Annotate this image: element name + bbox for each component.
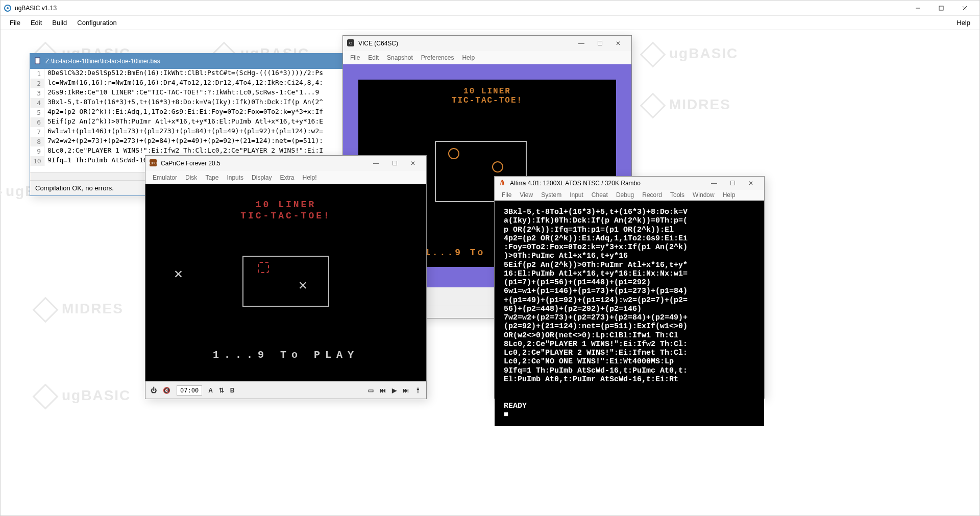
code-line[interactable]: 0DeSlC%32:DeSlSp512:BmEn(16):IkWht:ClBl:… [44,69,326,79]
caprice-menu-help[interactable]: Help! [298,173,321,183]
altirra-maximize-button[interactable]: ☐ [723,177,742,190]
line-number: 10 [30,156,44,166]
watermark: ugBASIC [644,45,738,64]
svg-rect-7 [36,59,39,59]
line-number: 3 [30,88,44,98]
caprice-maximize-button[interactable]: ☐ [385,157,404,170]
main-title-text: ugBASIC v1.13 [15,5,57,12]
caprice-menu-display[interactable]: Display [248,173,276,183]
menu-file[interactable]: File [5,17,26,29]
editor-titlebar[interactable]: Z:\tic-tac-toe-10liner\tic-tac-toe-10lin… [30,54,344,69]
vice-close-button[interactable]: ✕ [609,37,627,50]
font-b-button[interactable]: B [230,387,235,394]
compile-status-text: Compilation OK, no errors. [35,184,114,192]
main-client-area: ugBASIC ugBASIC ugBASIC ugBASIC MIDRES u… [1,30,979,515]
vice-menu-help[interactable]: Help [458,53,479,63]
line-number: 6 [30,117,44,127]
altirra-menu-debug[interactable]: Debug [612,190,638,200]
caprice-screen[interactable]: 10 LINER TIC-TAC-TOE! ✕ ✕ 1...9 To PLAY [145,184,426,381]
menu-configuration[interactable]: Configuration [72,17,121,29]
vice-menu-preferences[interactable]: Preferences [417,53,458,63]
arrows-icon[interactable]: ⇅ [219,387,224,394]
altirra-title-text: Altirra 4.01: 1200XL ATOS NTSC / 320K Ra… [510,180,705,187]
play-icon[interactable]: ▶ [392,387,397,394]
vice-menu-file[interactable]: File [346,53,364,63]
export-icon[interactable]: ⭱ [415,387,421,394]
line-number: 2 [30,79,44,88]
main-close-button[interactable] [953,1,976,16]
caprice-minimize-button[interactable]: — [367,157,385,170]
altirra-menubar: File View System Input Cheat Debug Recor… [495,190,764,201]
altirra-terminal[interactable]: 3Bxl-5,t-8Tol+(16*3)+5,t+(16*3)+8:Do:k=V… [495,201,764,426]
main-minimize-button[interactable] [906,1,929,16]
line-number: 8 [30,137,44,146]
main-maximize-button[interactable] [929,1,953,16]
altirra-window: Altirra 4.01: 1200XL ATOS NTSC / 320K Ra… [494,176,765,399]
o-mark-icon [492,161,503,173]
altirra-menu-system[interactable]: System [537,190,566,200]
caprice-menu-extra[interactable]: Extra [276,173,298,183]
svg-rect-8 [36,60,39,60]
caprice-titlebar[interactable]: CPC CaPriCe Forever 20.5 — ☐ ✕ [145,156,426,171]
altirra-menu-tools[interactable]: Tools [666,190,689,200]
vice-menu-snapshot[interactable]: Snapshot [383,53,417,63]
x-mark-icon: ✕ [174,265,183,282]
altirra-menu-view[interactable]: View [516,190,537,200]
svg-text:C: C [349,41,352,45]
caprice-close-button[interactable]: ✕ [404,157,422,170]
atari-icon [499,179,507,187]
line-number: 7 [30,127,44,137]
caprice-title-text: CaPriCe Forever 20.5 [161,160,367,167]
altirra-menu-cheat[interactable]: Cheat [587,190,612,200]
time-display: 07:00 [177,385,202,396]
code-line[interactable]: 5Eif(p2 An(2^k))>0Th:PuImr Atl+x*16,t+y*… [44,117,326,127]
vice-maximize-button[interactable]: ☐ [591,37,609,50]
tape-icon[interactable]: ▭ [368,387,374,394]
altirra-menu-record[interactable]: Record [638,190,666,200]
line-number: 1 [30,69,44,79]
altirra-menu-file[interactable]: File [498,190,516,200]
power-icon[interactable]: ⏻ [151,387,157,394]
line-number: 9 [30,146,44,156]
vice-menu-edit[interactable]: Edit [364,53,383,63]
caprice-menu-inputs[interactable]: Inputs [223,173,248,183]
main-titlebar: ugBASIC v1.13 [1,1,979,16]
caprice-menu-tape[interactable]: Tape [201,173,223,183]
altirra-minimize-button[interactable]: — [705,177,723,190]
caprice-menu-emulator[interactable]: Emulator [149,173,181,183]
ugbasic-main-window: ugBASIC v1.13 File Edit Build Configurat… [0,0,980,516]
font-a-button[interactable]: A [208,387,213,394]
mute-icon[interactable]: 🔇 [163,387,170,394]
code-line[interactable]: lc=NwIm(16,16):r=NwIm(16,16):Dr4,4To12,1… [44,79,326,88]
code-line[interactable]: 6wl=wl+(pl=146)+(pl=73)+(pl=273)+(pl=84)… [44,127,326,137]
altirra-close-button[interactable]: ✕ [742,177,760,190]
next-icon[interactable]: ⏭ [403,387,409,394]
altirra-titlebar[interactable]: Altirra 4.01: 1200XL ATOS NTSC / 320K Ra… [495,177,764,190]
vice-heading2: TIC-TAC-TOE! [358,96,616,105]
editor-title-text: Z:\tic-tac-toe-10liner\tic-tac-toe-10lin… [45,58,340,65]
caprice-window: CPC CaPriCe Forever 20.5 — ☐ ✕ Emulator … [145,155,427,399]
code-line[interactable]: 7w2=w2+(p2=73)+(p2=273)+(p2=84)+(p2=49)+… [44,137,326,146]
vice-heading1: 10 LINER [358,87,616,96]
watermark: ugBASIC [36,387,131,406]
caprice-heading1: 10 LINER [145,200,426,210]
menu-edit[interactable]: Edit [26,17,47,29]
svg-point-1 [7,7,9,9]
file-icon [34,57,42,65]
watermark: MIDRES [644,96,731,115]
prev-icon[interactable]: ⏮ [380,387,386,394]
vice-titlebar[interactable]: C VICE (C64SC) — ☐ ✕ [343,36,631,51]
altirra-menu-input[interactable]: Input [566,190,587,200]
menu-help[interactable]: Help [951,17,975,29]
code-line[interactable]: 2Gs9:IkRe:Ce"10 LINER":Ce"TIC-TAC-TOE!":… [44,88,322,98]
c64-icon: C [347,39,355,47]
caprice-play-text: 1...9 To PLAY [145,349,426,361]
code-line[interactable]: 4p2=(p2 OR(2^k)):Ei:Adq,1,1To2:Gs9:Ei:Ei… [44,108,326,117]
altirra-menu-help[interactable]: Help [719,190,740,200]
menu-build[interactable]: Build [47,17,72,29]
code-line[interactable]: 3Bxl-5,t-8Tol+(16*3)+5,t+(16*3)+8:Do:k=V… [44,98,326,108]
caprice-menu-disk[interactable]: Disk [181,173,201,183]
altirra-menu-window[interactable]: Window [689,190,719,200]
vice-minimize-button[interactable]: — [572,37,591,50]
vice-footer-text: 1...9 To [425,248,485,258]
